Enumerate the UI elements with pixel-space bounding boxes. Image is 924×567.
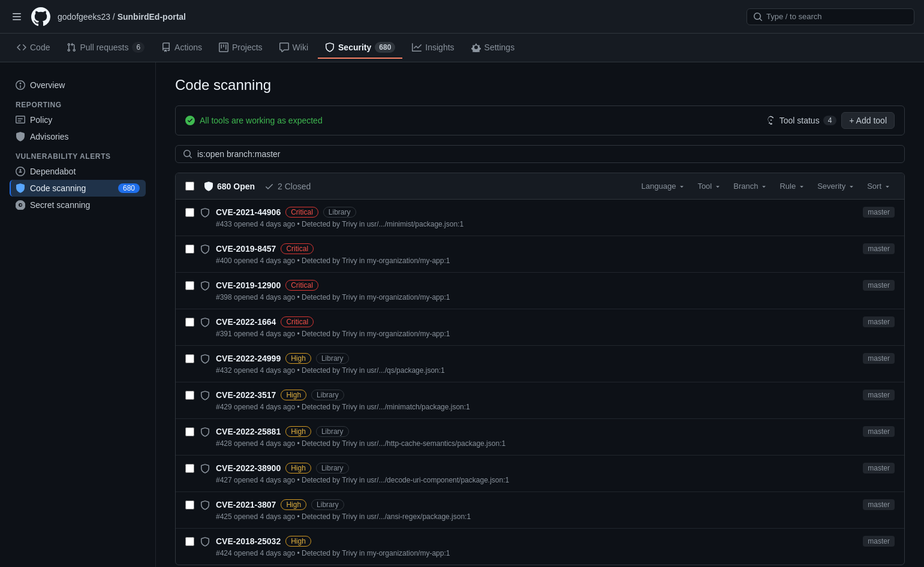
tag-badge: Library <box>316 353 349 364</box>
closed-count[interactable]: 2 Closed <box>264 182 311 191</box>
tab-security[interactable]: Security 680 <box>318 37 402 59</box>
alert-shield-icon <box>200 500 210 512</box>
check-circle-icon <box>185 116 195 125</box>
sidebar-item-policy[interactable]: Policy <box>10 111 146 128</box>
tab-settings[interactable]: Settings <box>464 38 522 58</box>
global-search[interactable]: Type / to search <box>747 8 914 25</box>
tag-badge: Library <box>316 426 349 437</box>
alert-cve: CVE-2022-25881 <box>216 427 281 436</box>
advisories-icon <box>16 132 25 141</box>
sidebar-code-scanning-label: Code scanning <box>30 183 86 193</box>
severity-badge: High <box>285 353 311 364</box>
alert-row[interactable]: CVE-2019-12900 Critical #398 opened 4 da… <box>176 273 904 309</box>
sidebar-item-overview[interactable]: Overview <box>10 77 146 94</box>
code-icon <box>17 43 26 52</box>
alert-content: CVE-2022-1664 Critical #391 opened 4 day… <box>216 316 857 338</box>
severity-badge: High <box>281 390 306 400</box>
alert-row[interactable]: CVE-2022-1664 Critical #391 opened 4 day… <box>176 309 904 346</box>
search-icon <box>183 149 192 159</box>
alert-shield-icon <box>200 391 210 402</box>
projects-icon <box>219 43 228 52</box>
main-layout: Overview Reporting Policy Advisories Vul… <box>0 62 924 567</box>
security-icon <box>325 43 335 52</box>
alert-row[interactable]: CVE-2022-25881 High Library #428 opened … <box>176 419 904 456</box>
tool-status-count: 4 <box>823 116 837 125</box>
alert-content: CVE-2021-3807 High Library #425 opened 4… <box>216 499 857 521</box>
alert-content: CVE-2022-25881 High Library #428 opened … <box>216 426 857 448</box>
alert-checkbox-4[interactable] <box>185 354 194 363</box>
alert-checkbox-6[interactable] <box>185 427 194 436</box>
tab-insights[interactable]: Insights <box>405 38 461 58</box>
alert-checkbox-7[interactable] <box>185 464 194 473</box>
alert-content: CVE-2022-24999 High Library #432 opened … <box>216 353 857 375</box>
tab-pull-requests[interactable]: Pull requests 6 <box>59 37 152 59</box>
alert-checkbox-2[interactable] <box>185 281 194 290</box>
dependabot-icon <box>16 167 25 176</box>
add-tool-button[interactable]: + Add tool <box>841 112 895 129</box>
sidebar-overview-label: Overview <box>30 80 65 90</box>
filter-tool[interactable]: Tool <box>694 179 725 193</box>
sidebar-item-secret-scanning[interactable]: Secret scanning <box>10 197 146 213</box>
alert-row[interactable]: CVE-2019-8457 Critical #400 opened 4 day… <box>176 236 904 273</box>
sidebar-item-advisories[interactable]: Advisories <box>10 128 146 145</box>
alert-row[interactable]: CVE-2021-44906 Critical Library #433 ope… <box>176 200 904 236</box>
alert-checkbox-5[interactable] <box>185 391 194 400</box>
alert-title: CVE-2018-25032 High <box>216 536 857 547</box>
alert-title: CVE-2021-3807 High Library <box>216 499 857 510</box>
alert-cve: CVE-2018-25032 <box>216 536 281 546</box>
sidebar: Overview Reporting Policy Advisories Vul… <box>0 62 156 567</box>
open-count: 680 Open <box>204 182 255 191</box>
alert-checkbox-9[interactable] <box>185 537 194 546</box>
alert-title: CVE-2022-24999 High Library <box>216 353 857 364</box>
filter-rule[interactable]: Rule <box>776 179 809 193</box>
tab-projects[interactable]: Projects <box>212 38 270 58</box>
tab-pr-badge: 6 <box>132 42 145 53</box>
tab-code[interactable]: Code <box>10 38 57 58</box>
filter-severity[interactable]: Severity <box>814 179 859 193</box>
filter-sort[interactable]: Sort <box>863 179 895 193</box>
hamburger-menu[interactable] <box>10 10 24 24</box>
tab-projects-label: Projects <box>232 43 263 52</box>
add-tool-label: + Add tool <box>849 116 887 125</box>
tool-status-button[interactable]: Tool status 4 <box>766 116 837 125</box>
sidebar-item-code-scanning[interactable]: Code scanning 680 <box>10 180 146 197</box>
chevron-down-icon <box>760 183 768 190</box>
tab-pr-label: Pull requests <box>80 43 128 52</box>
alert-branch: master <box>863 499 895 510</box>
alert-checkbox-0[interactable] <box>185 208 194 217</box>
alert-row[interactable]: CVE-2022-24999 High Library #432 opened … <box>176 346 904 382</box>
tab-settings-label: Settings <box>484 43 515 52</box>
alert-row[interactable]: CVE-2022-3517 High Library #429 opened 4… <box>176 382 904 419</box>
alert-cve: CVE-2019-8457 <box>216 244 276 254</box>
alert-shield-icon <box>200 537 210 548</box>
tab-actions[interactable]: Actions <box>154 38 209 58</box>
alert-row[interactable]: CVE-2021-3807 High Library #425 opened 4… <box>176 492 904 529</box>
alert-row[interactable]: CVE-2018-25032 High #424 opened 4 days a… <box>176 529 904 565</box>
alert-circle-icon <box>204 182 213 191</box>
tab-code-label: Code <box>30 43 50 52</box>
severity-badge: Critical <box>285 280 318 291</box>
alert-title: CVE-2019-12900 Critical <box>216 280 857 291</box>
select-all-checkbox[interactable] <box>185 182 194 191</box>
alert-checkbox-8[interactable] <box>185 500 194 509</box>
tool-status-label: Tool status <box>779 116 820 125</box>
sidebar-item-dependabot[interactable]: Dependabot <box>10 163 146 180</box>
org-link[interactable]: godofgeeks23 <box>58 12 110 22</box>
alert-checkbox-3[interactable] <box>185 318 194 327</box>
repo-link[interactable]: SunbirdEd-portal <box>118 12 186 22</box>
tab-security-badge: 680 <box>375 42 395 53</box>
alert-meta: #427 opened 4 days ago • Detected by Tri… <box>216 476 857 484</box>
filter-language[interactable]: Language <box>638 179 690 193</box>
open-count-text: 680 Open <box>217 182 255 191</box>
filter-branch[interactable]: Branch <box>730 179 771 193</box>
pr-icon <box>67 43 76 52</box>
tool-icon <box>766 116 776 125</box>
code-scanning-icon <box>16 183 25 193</box>
search-input[interactable] <box>197 149 897 159</box>
alert-row[interactable]: CVE-2022-38900 High Library #427 opened … <box>176 456 904 492</box>
tab-wiki[interactable]: Wiki <box>272 38 315 58</box>
chevron-down-icon <box>848 183 855 190</box>
severity-badge: Critical <box>281 316 314 327</box>
alert-checkbox-1[interactable] <box>185 245 194 254</box>
closed-count-text: 2 Closed <box>278 182 311 191</box>
